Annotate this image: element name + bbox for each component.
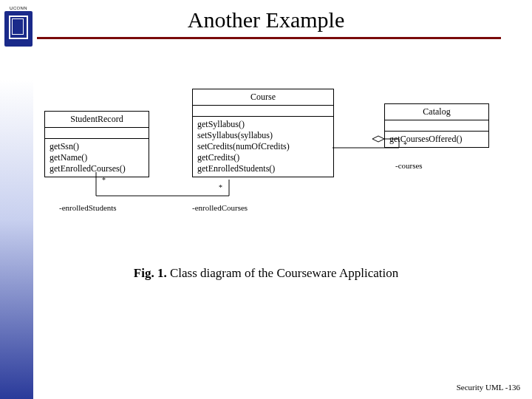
- class-student-record: StudentRecord getSsn() getName() getEnro…: [44, 111, 149, 177]
- title-rule: [37, 37, 501, 39]
- op: setCredits(numOfCredits): [197, 141, 329, 152]
- op: getName(): [50, 152, 144, 163]
- role-enrolled-courses: -enrolledCourses: [192, 203, 248, 212]
- class-attrs-empty: [385, 120, 488, 132]
- multiplicity-courses: *: [403, 140, 407, 149]
- role-enrolled-students: -enrolledStudents: [59, 203, 117, 212]
- op: getSsn(): [50, 141, 144, 152]
- op: getEnrolledCourses(): [50, 163, 144, 174]
- slide: UCONN Another Example StudentRecord getS…: [0, 0, 532, 399]
- uml-diagram: StudentRecord getSsn() getName() getEnro…: [44, 89, 502, 296]
- op: getSyllabus(): [197, 119, 329, 130]
- class-attrs-empty: [45, 128, 149, 139]
- multiplicity-right: *: [219, 183, 222, 191]
- class-ops: getSyllabus() setSyllabus(syllabus) setC…: [193, 117, 333, 177]
- class-course: Course getSyllabus() setSyllabus(syllabu…: [192, 89, 334, 177]
- slide-footer: Security UML -136: [457, 383, 520, 392]
- class-ops: getSsn() getName() getEnrolledCourses(): [45, 139, 149, 177]
- side-gradient: [0, 0, 33, 399]
- class-name: StudentRecord: [45, 112, 149, 128]
- op: getEnrolledStudents(): [197, 163, 329, 174]
- page-title: Another Example: [0, 7, 532, 33]
- class-catalog: Catalog getCoursesOffered(): [384, 103, 489, 148]
- role-courses: -courses: [395, 161, 423, 170]
- figure-text: Class diagram of the Courseware Applicat…: [170, 266, 398, 280]
- op: setSyllabus(syllabus): [197, 130, 329, 141]
- class-name: Catalog: [385, 104, 488, 120]
- multiplicity-left: *: [102, 176, 106, 184]
- op: getCredits(): [197, 152, 329, 163]
- figure-number: Fig. 1.: [134, 266, 167, 280]
- class-name: Course: [193, 89, 333, 106]
- class-ops: getCoursesOffered(): [385, 132, 488, 147]
- class-attrs-empty: [193, 106, 333, 117]
- figure-caption: Fig. 1. Class diagram of the Courseware …: [0, 266, 532, 281]
